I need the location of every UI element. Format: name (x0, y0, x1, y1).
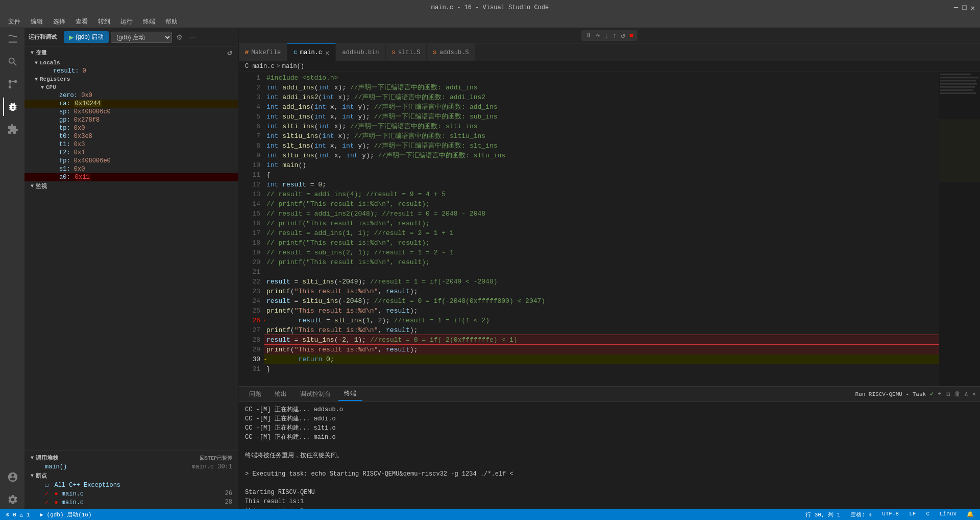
checkbox-all-cpp[interactable]: ☐ (45, 482, 48, 489)
tab-debug-console[interactable]: 调试控制台 (294, 388, 337, 400)
chevron-right-icon: ▼ (31, 183, 34, 189)
ln-29: 29 (239, 345, 260, 354)
variables-section-header[interactable]: ▼ 变量 ↺ (24, 46, 238, 59)
debug-pause-icon[interactable]: ⏸ (585, 32, 592, 39)
maximize-button[interactable]: □ (962, 4, 966, 12)
ln-30: →30 (239, 354, 260, 364)
status-language[interactable]: C (924, 511, 932, 518)
chevron-down-icon: ▼ (31, 473, 34, 479)
status-errors[interactable]: ⊗ 0 △ 1 (4, 511, 32, 518)
tab-mainc[interactable]: C main.c ✕ (287, 43, 336, 61)
variables-refresh-icon[interactable]: ↺ (227, 48, 232, 58)
add-terminal-icon[interactable]: + (938, 391, 941, 398)
tab-addsubs[interactable]: S addsub.S (427, 43, 475, 61)
debug-settings-button[interactable]: ⚙ (174, 32, 185, 42)
menu-select[interactable]: 选择 (49, 16, 69, 27)
window-title: main.c - 16 - Visual Studio Code (431, 4, 549, 11)
ln-6: 6 (239, 122, 260, 131)
minimap (939, 72, 980, 386)
watch-header[interactable]: ▼ 监视 (24, 181, 238, 191)
warning-icon: △ (19, 512, 26, 518)
status-encoding[interactable]: UTF-8 (880, 511, 901, 518)
callstack-header[interactable]: ▼ 调用堆栈 回STEP已暂停 (24, 453, 238, 463)
window-controls: ─ □ ✕ (954, 4, 975, 12)
chevron-down-icon: ▼ (41, 85, 44, 90)
menu-view[interactable]: 查看 (71, 16, 92, 27)
debug-restart-icon[interactable]: ↺ (621, 31, 625, 40)
trash-icon[interactable]: 🗑 (954, 390, 961, 398)
menu-file[interactable]: 文件 (4, 16, 24, 27)
ln-27: 27 (239, 325, 260, 335)
status-line-col[interactable]: 行 30, 列 1 (803, 511, 842, 518)
menu-edit[interactable]: 编辑 (27, 16, 47, 27)
split-terminal-icon[interactable]: ⧉ (946, 391, 950, 398)
code-line-15: // result = addi_ins2(2048); //result = … (264, 209, 939, 219)
debug-more-button[interactable]: ··· (187, 32, 197, 42)
tab-output[interactable]: 输出 (268, 388, 293, 400)
menu-help[interactable]: 帮助 (161, 16, 182, 27)
breakpoints-header[interactable]: ▼ 断点 (24, 471, 238, 481)
code-line-5: int sub_ins(int x, int y); //声明一下汇编语言中的函… (264, 112, 939, 122)
svg-point-0 (9, 86, 12, 89)
code-line-1: #include <stdio.h> (264, 73, 939, 83)
tab-icon-sltis: S (392, 50, 396, 56)
code-content[interactable]: #include <stdio.h> int addi_ins(int x); … (264, 72, 939, 386)
activity-extensions[interactable] (3, 120, 21, 138)
menu-terminal[interactable]: 终端 (139, 16, 159, 27)
chevron-down-icon: ▼ (31, 50, 34, 56)
svg-rect-9 (940, 83, 977, 85)
ln-1: 1 (239, 73, 260, 83)
activity-explorer[interactable] (3, 30, 21, 49)
tab-sltis[interactable]: S slti.S (386, 43, 427, 61)
terminal-line-6: 终端将被任务重用，按任意键关闭。 (245, 451, 974, 460)
code-editor[interactable]: 1 2 3 4 5 6 7 8 9 10 11 12 13 14 15 16 1 (239, 72, 980, 386)
tab-icon-makefile: M (245, 50, 249, 56)
terminal-line-5 (245, 442, 974, 451)
sidebar-bottom: ▼ 调用堆栈 回STEP已暂停 main() main.c 30:1 ▼ 断点 … (24, 451, 238, 509)
tab-close-mainc[interactable]: ✕ (325, 49, 329, 57)
minimize-button[interactable]: ─ (954, 4, 958, 12)
svg-rect-7 (940, 77, 978, 78)
debug-step-over-icon[interactable]: ↷ (596, 31, 600, 40)
status-os[interactable]: Linux (938, 511, 959, 518)
debug-stop-icon[interactable]: ■ (629, 32, 633, 40)
start-debug-button[interactable]: ▶ (gdb) 启动 (64, 31, 109, 43)
cpu-header[interactable]: ▼ CPU (24, 83, 238, 91)
locals-header[interactable]: ▼ Locals (24, 59, 238, 67)
breadcrumb-sep: > (277, 63, 280, 70)
watch-label: 监视 (36, 182, 47, 190)
tab-terminal[interactable]: 终端 (338, 387, 362, 401)
debug-status-icon: ▶ (40, 512, 46, 518)
bottom-tabs: 问题 输出 调试控制台 终端 Run RISCV-QEMU - Task ✓ +… (239, 387, 980, 402)
menu-goto[interactable]: 转到 (94, 16, 114, 27)
tab-makefile[interactable]: M Makefile (239, 43, 287, 61)
status-bell-icon[interactable]: 🔔 (965, 511, 976, 518)
maximize-panel-icon[interactable]: ∧ (965, 390, 968, 398)
activity-source-control[interactable] (3, 75, 21, 93)
debug-step-out-icon[interactable]: ↑ (612, 32, 617, 40)
breadcrumb-func[interactable]: main() (282, 63, 304, 70)
callstack-item-main[interactable]: main() main.c 30:1 (24, 463, 238, 471)
activity-search[interactable] (3, 53, 21, 71)
status-line-ending[interactable]: LF (907, 511, 918, 518)
tab-problems[interactable]: 问题 (243, 388, 267, 400)
callstack-status: 回STEP已暂停 (200, 455, 232, 462)
status-spaces[interactable]: 空格: 4 (848, 511, 874, 518)
locals-label: Locals (40, 60, 60, 66)
checkbox-main-28[interactable]: ✓ (45, 499, 48, 506)
code-line-28: result = sltu_ins(-2, 1); //result = 0 =… (264, 335, 939, 345)
activity-account[interactable] (3, 468, 21, 486)
tab-addsubbin[interactable]: addsub.bin (336, 43, 385, 61)
menu-run[interactable]: 运行 (116, 16, 137, 27)
activity-debug[interactable] (3, 98, 21, 116)
breadcrumb-file[interactable]: C main.c (245, 63, 275, 70)
checkbox-main-26[interactable]: ✓ (45, 490, 48, 498)
debug-config-select[interactable]: (gdb) 启动 (111, 32, 172, 43)
terminal-content[interactable]: CC -[M] 正在构建... addsub.o CC -[M] 正在构建...… (239, 402, 980, 509)
close-button[interactable]: ✕ (971, 4, 975, 12)
status-debug[interactable]: ▶ (gdb) 启动(16) (38, 511, 93, 518)
registers-header[interactable]: ▼ Registers (24, 75, 238, 83)
debug-step-into-icon[interactable]: ↓ (604, 32, 608, 40)
close-panel-icon[interactable]: ✕ (972, 390, 976, 398)
activity-settings[interactable] (3, 490, 21, 509)
